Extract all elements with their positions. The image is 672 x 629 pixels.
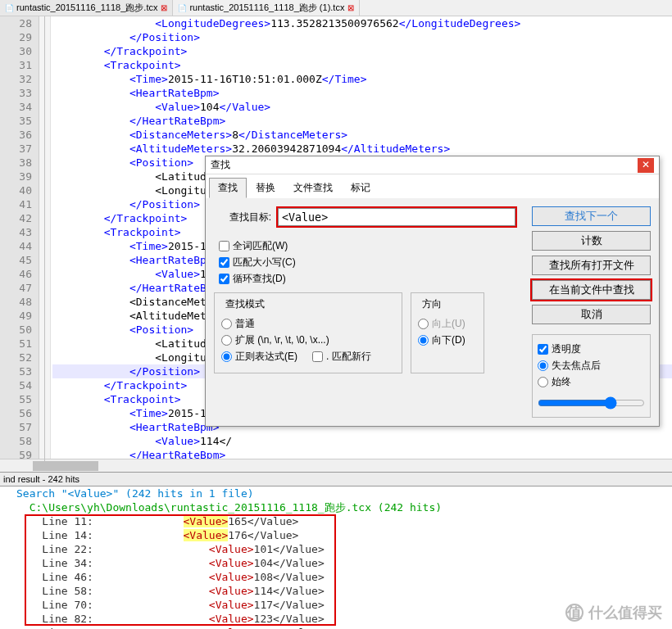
watermark-icon: 值 (565, 604, 583, 622)
dialog-titlebar[interactable]: 查找 ✕ (206, 156, 659, 174)
close-icon[interactable]: ⊠ (347, 3, 354, 12)
direction-group: 方向 向上(U) 向下(D) (411, 292, 484, 373)
scrollbar-thumb[interactable] (33, 461, 98, 471)
watermark: 值 什么值得买 (565, 603, 662, 622)
horizontal-scrollbar[interactable] (0, 459, 672, 472)
line-number-gutter: 2829303132333435363738394041424344454647… (0, 16, 39, 459)
tab-replace[interactable]: 替换 (247, 178, 284, 198)
find-next-button[interactable]: 查找下一个 (532, 206, 651, 226)
options-group: 全词匹配(W) 匹配大小写(C) 循环查找(D) (219, 239, 524, 286)
tab-label: runtastic_20151116_1118_跑步.tcx (16, 2, 157, 14)
transparency-slider[interactable] (538, 396, 645, 410)
results-panel-title: ind result - 242 hits (0, 472, 672, 486)
mode-regex-radio[interactable]: 正则表达式(E) . 匹配新行 (221, 350, 395, 364)
tab-mark[interactable]: 标记 (342, 178, 379, 198)
trans-blur-radio[interactable]: 失去焦点后 (538, 359, 645, 373)
dialog-title: 查找 (211, 158, 230, 172)
search-target-label: 查找目标: (214, 210, 271, 224)
count-button[interactable]: 计数 (532, 231, 651, 251)
cancel-button[interactable]: 取消 (532, 305, 651, 324)
match-case-checkbox[interactable]: 匹配大小写(C) (219, 256, 524, 269)
tab-find[interactable]: 查找 (209, 178, 247, 198)
transparency-checkbox[interactable]: 透明度 (538, 342, 645, 356)
direction-up-radio[interactable]: 向上(U) (418, 317, 477, 331)
dialog-tabs: 查找 替换 文件查找 标记 (206, 174, 659, 198)
direction-down-radio[interactable]: 向下(D) (418, 333, 477, 347)
file-icon: 📄 (5, 4, 13, 12)
transparency-group: 透明度 失去焦点后 始终 (532, 334, 651, 418)
close-icon[interactable]: ⊠ (161, 3, 167, 12)
close-icon[interactable]: ✕ (638, 158, 654, 173)
whole-word-checkbox[interactable]: 全词匹配(W) (219, 239, 524, 253)
trans-always-radio[interactable]: 始终 (538, 375, 645, 389)
find-dialog: 查找 ✕ 查找 替换 文件查找 标记 查找目标: 全词匹配(W) 匹配大小写(C… (205, 156, 660, 427)
file-tab-1[interactable]: 📄 runtastic_20151116_1118_跑步.tcx ⊠ (0, 0, 173, 16)
tab-label: runtastic_20151116_1118_跑步 (1).tcx (189, 2, 344, 14)
mode-extended-radio[interactable]: 扩展 (\n, \r, \t, \0, \x...) (221, 333, 395, 347)
watermark-text: 什么值得买 (588, 603, 662, 622)
wrap-around-checkbox[interactable]: 循环查找(D) (219, 272, 524, 286)
file-icon: 📄 (178, 4, 186, 12)
file-tab-2[interactable]: 📄 runtastic_20151116_1118_跑步 (1).tcx ⊠ (173, 0, 360, 16)
search-input[interactable] (278, 208, 515, 226)
search-mode-group: 查找模式 普通 扩展 (\n, \r, \t, \0, \x...) 正则表达式… (214, 292, 402, 373)
file-tabs-bar: 📄 runtastic_20151116_1118_跑步.tcx ⊠ 📄 run… (0, 0, 672, 16)
fold-column (39, 16, 51, 459)
find-in-current-button[interactable]: 在当前文件中查找 (532, 280, 651, 300)
match-newline-checkbox[interactable] (312, 351, 323, 362)
highlight-box (276, 206, 517, 228)
tab-files[interactable]: 文件查找 (284, 178, 342, 198)
find-all-open-button[interactable]: 查找所有打开文件 (532, 256, 651, 275)
mode-normal-radio[interactable]: 普通 (221, 317, 395, 331)
